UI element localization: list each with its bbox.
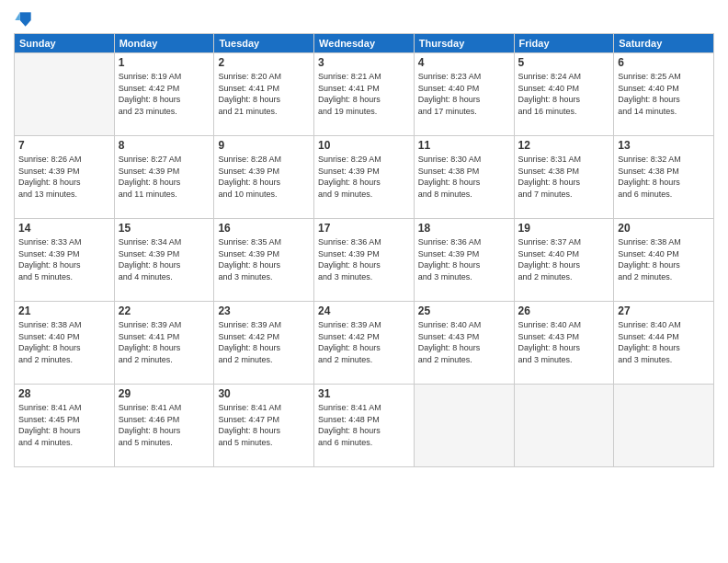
day-number: 9 bbox=[218, 139, 310, 152]
calendar-cell: 18Sunrise: 8:36 AM Sunset: 4:39 PM Dayli… bbox=[414, 219, 514, 302]
calendar-week-2: 7Sunrise: 8:26 AM Sunset: 4:39 PM Daylig… bbox=[15, 136, 714, 219]
calendar-cell: 1Sunrise: 8:19 AM Sunset: 4:42 PM Daylig… bbox=[114, 53, 214, 136]
day-info: Sunrise: 8:33 AM Sunset: 4:39 PM Dayligh… bbox=[18, 236, 110, 282]
calendar-cell: 17Sunrise: 8:36 AM Sunset: 4:39 PM Dayli… bbox=[314, 219, 415, 302]
day-number: 17 bbox=[318, 222, 410, 235]
calendar-cell: 2Sunrise: 8:20 AM Sunset: 4:41 PM Daylig… bbox=[214, 53, 314, 136]
day-info: Sunrise: 8:23 AM Sunset: 4:40 PM Dayligh… bbox=[418, 71, 510, 117]
weekday-header-tuesday: Tuesday bbox=[214, 34, 314, 53]
page: SundayMondayTuesdayWednesdayThursdayFrid… bbox=[0, 0, 728, 563]
day-number: 25 bbox=[418, 304, 510, 317]
weekday-header-monday: Monday bbox=[114, 34, 214, 53]
calendar-cell: 7Sunrise: 8:26 AM Sunset: 4:39 PM Daylig… bbox=[15, 136, 115, 219]
day-info: Sunrise: 8:30 AM Sunset: 4:38 PM Dayligh… bbox=[418, 154, 510, 200]
day-number: 13 bbox=[618, 139, 710, 152]
weekday-header-thursday: Thursday bbox=[414, 34, 514, 53]
calendar-cell: 16Sunrise: 8:35 AM Sunset: 4:39 PM Dayli… bbox=[214, 219, 314, 302]
calendar-cell: 14Sunrise: 8:33 AM Sunset: 4:39 PM Dayli… bbox=[15, 219, 115, 302]
day-number: 4 bbox=[418, 56, 510, 69]
weekday-header-row: SundayMondayTuesdayWednesdayThursdayFrid… bbox=[15, 34, 714, 53]
day-number: 30 bbox=[218, 387, 310, 400]
calendar-cell: 12Sunrise: 8:31 AM Sunset: 4:38 PM Dayli… bbox=[514, 136, 614, 219]
day-number: 26 bbox=[518, 304, 610, 317]
svg-marker-2 bbox=[15, 12, 19, 20]
day-info: Sunrise: 8:26 AM Sunset: 4:39 PM Dayligh… bbox=[18, 154, 110, 200]
calendar-cell: 6Sunrise: 8:25 AM Sunset: 4:40 PM Daylig… bbox=[614, 53, 714, 136]
day-info: Sunrise: 8:39 AM Sunset: 4:42 PM Dayligh… bbox=[218, 319, 310, 365]
calendar-week-5: 28Sunrise: 8:41 AM Sunset: 4:45 PM Dayli… bbox=[15, 385, 714, 467]
calendar-cell: 31Sunrise: 8:41 AM Sunset: 4:48 PM Dayli… bbox=[314, 385, 415, 467]
calendar-cell: 27Sunrise: 8:40 AM Sunset: 4:44 PM Dayli… bbox=[614, 302, 714, 385]
calendar-week-3: 14Sunrise: 8:33 AM Sunset: 4:39 PM Dayli… bbox=[15, 219, 714, 302]
calendar: SundayMondayTuesdayWednesdayThursdayFrid… bbox=[14, 33, 714, 467]
weekday-header-friday: Friday bbox=[514, 34, 614, 53]
logo bbox=[14, 9, 34, 28]
day-info: Sunrise: 8:41 AM Sunset: 4:47 PM Dayligh… bbox=[218, 402, 310, 448]
day-number: 1 bbox=[119, 56, 210, 69]
calendar-cell: 13Sunrise: 8:32 AM Sunset: 4:38 PM Dayli… bbox=[614, 136, 714, 219]
day-info: Sunrise: 8:36 AM Sunset: 4:39 PM Dayligh… bbox=[318, 236, 410, 282]
calendar-cell: 5Sunrise: 8:24 AM Sunset: 4:40 PM Daylig… bbox=[514, 53, 614, 136]
day-number: 6 bbox=[618, 56, 710, 69]
day-number: 2 bbox=[218, 56, 310, 69]
day-info: Sunrise: 8:38 AM Sunset: 4:40 PM Dayligh… bbox=[618, 236, 710, 282]
calendar-cell: 30Sunrise: 8:41 AM Sunset: 4:47 PM Dayli… bbox=[214, 385, 314, 467]
calendar-cell bbox=[15, 53, 115, 136]
day-info: Sunrise: 8:34 AM Sunset: 4:39 PM Dayligh… bbox=[119, 236, 210, 282]
day-info: Sunrise: 8:29 AM Sunset: 4:39 PM Dayligh… bbox=[318, 154, 410, 200]
calendar-cell: 24Sunrise: 8:39 AM Sunset: 4:42 PM Dayli… bbox=[314, 302, 415, 385]
day-number: 11 bbox=[418, 139, 510, 152]
weekday-header-sunday: Sunday bbox=[15, 34, 115, 53]
calendar-cell: 22Sunrise: 8:39 AM Sunset: 4:41 PM Dayli… bbox=[114, 302, 214, 385]
day-number: 23 bbox=[218, 304, 310, 317]
day-number: 28 bbox=[18, 387, 110, 400]
calendar-cell: 20Sunrise: 8:38 AM Sunset: 4:40 PM Dayli… bbox=[614, 219, 714, 302]
calendar-cell: 25Sunrise: 8:40 AM Sunset: 4:43 PM Dayli… bbox=[414, 302, 514, 385]
svg-marker-1 bbox=[20, 20, 31, 27]
day-number: 14 bbox=[18, 222, 110, 235]
day-info: Sunrise: 8:41 AM Sunset: 4:46 PM Dayligh… bbox=[119, 402, 210, 448]
day-number: 20 bbox=[618, 222, 710, 235]
day-number: 18 bbox=[418, 222, 510, 235]
calendar-cell: 15Sunrise: 8:34 AM Sunset: 4:39 PM Dayli… bbox=[114, 219, 214, 302]
calendar-cell: 28Sunrise: 8:41 AM Sunset: 4:45 PM Dayli… bbox=[15, 385, 115, 467]
calendar-cell bbox=[614, 385, 714, 467]
day-info: Sunrise: 8:27 AM Sunset: 4:39 PM Dayligh… bbox=[119, 154, 210, 200]
day-number: 21 bbox=[18, 304, 110, 317]
day-info: Sunrise: 8:38 AM Sunset: 4:40 PM Dayligh… bbox=[18, 319, 110, 365]
calendar-cell: 23Sunrise: 8:39 AM Sunset: 4:42 PM Dayli… bbox=[214, 302, 314, 385]
day-number: 19 bbox=[518, 222, 610, 235]
day-number: 22 bbox=[119, 304, 210, 317]
weekday-header-wednesday: Wednesday bbox=[314, 34, 415, 53]
calendar-cell: 26Sunrise: 8:40 AM Sunset: 4:43 PM Dayli… bbox=[514, 302, 614, 385]
day-number: 27 bbox=[618, 304, 710, 317]
day-number: 31 bbox=[318, 387, 410, 400]
day-info: Sunrise: 8:39 AM Sunset: 4:41 PM Dayligh… bbox=[119, 319, 210, 365]
calendar-cell bbox=[414, 385, 514, 467]
logo-icon bbox=[14, 9, 32, 28]
calendar-cell: 19Sunrise: 8:37 AM Sunset: 4:40 PM Dayli… bbox=[514, 219, 614, 302]
day-info: Sunrise: 8:20 AM Sunset: 4:41 PM Dayligh… bbox=[218, 71, 310, 117]
calendar-cell: 21Sunrise: 8:38 AM Sunset: 4:40 PM Dayli… bbox=[15, 302, 115, 385]
day-info: Sunrise: 8:24 AM Sunset: 4:40 PM Dayligh… bbox=[518, 71, 610, 117]
day-info: Sunrise: 8:40 AM Sunset: 4:43 PM Dayligh… bbox=[418, 319, 510, 365]
day-info: Sunrise: 8:40 AM Sunset: 4:43 PM Dayligh… bbox=[518, 319, 610, 365]
svg-marker-0 bbox=[20, 12, 31, 20]
weekday-header-saturday: Saturday bbox=[614, 34, 714, 53]
calendar-cell: 8Sunrise: 8:27 AM Sunset: 4:39 PM Daylig… bbox=[114, 136, 214, 219]
day-info: Sunrise: 8:31 AM Sunset: 4:38 PM Dayligh… bbox=[518, 154, 610, 200]
calendar-week-4: 21Sunrise: 8:38 AM Sunset: 4:40 PM Dayli… bbox=[15, 302, 714, 385]
day-info: Sunrise: 8:36 AM Sunset: 4:39 PM Dayligh… bbox=[418, 236, 510, 282]
day-info: Sunrise: 8:21 AM Sunset: 4:41 PM Dayligh… bbox=[318, 71, 410, 117]
day-info: Sunrise: 8:41 AM Sunset: 4:45 PM Dayligh… bbox=[18, 402, 110, 448]
calendar-cell: 4Sunrise: 8:23 AM Sunset: 4:40 PM Daylig… bbox=[414, 53, 514, 136]
day-number: 10 bbox=[318, 139, 410, 152]
calendar-cell: 3Sunrise: 8:21 AM Sunset: 4:41 PM Daylig… bbox=[314, 53, 415, 136]
day-info: Sunrise: 8:35 AM Sunset: 4:39 PM Dayligh… bbox=[218, 236, 310, 282]
day-number: 16 bbox=[218, 222, 310, 235]
day-number: 5 bbox=[518, 56, 610, 69]
header bbox=[14, 9, 714, 28]
day-number: 3 bbox=[318, 56, 410, 69]
day-number: 15 bbox=[119, 222, 210, 235]
day-number: 12 bbox=[518, 139, 610, 152]
